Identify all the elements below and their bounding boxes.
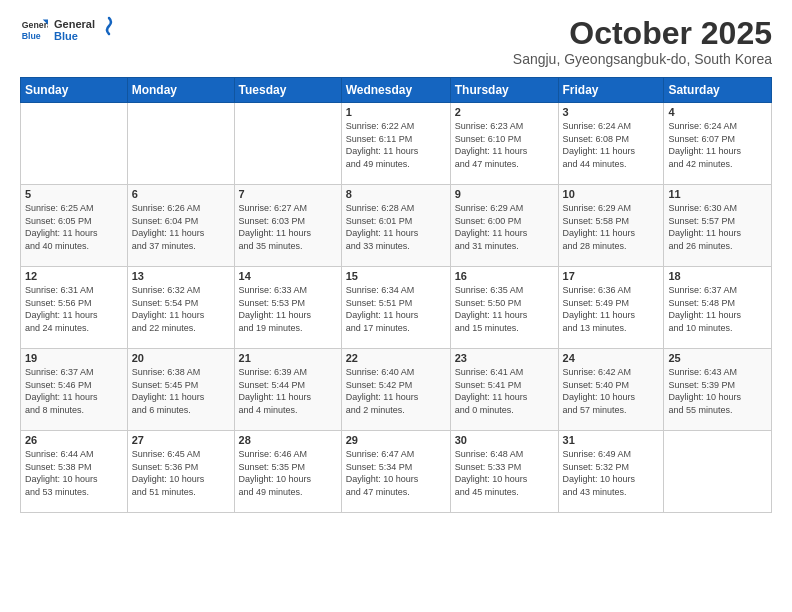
day-number: 2 [455, 106, 554, 118]
day-info: Sunrise: 6:34 AM Sunset: 5:51 PM Dayligh… [346, 284, 446, 334]
day-info: Sunrise: 6:38 AM Sunset: 5:45 PM Dayligh… [132, 366, 230, 416]
day-info: Sunrise: 6:33 AM Sunset: 5:53 PM Dayligh… [239, 284, 337, 334]
calendar-cell [234, 103, 341, 185]
calendar-cell: 5Sunrise: 6:25 AM Sunset: 6:05 PM Daylig… [21, 185, 128, 267]
month-title: October 2025 [513, 16, 772, 51]
day-info: Sunrise: 6:40 AM Sunset: 5:42 PM Dayligh… [346, 366, 446, 416]
calendar-cell: 30Sunrise: 6:48 AM Sunset: 5:33 PM Dayli… [450, 431, 558, 513]
weekday-header-monday: Monday [127, 78, 234, 103]
day-number: 30 [455, 434, 554, 446]
logo-blue-text: Blue [54, 30, 95, 42]
calendar-cell: 3Sunrise: 6:24 AM Sunset: 6:08 PM Daylig… [558, 103, 664, 185]
calendar-cell: 11Sunrise: 6:30 AM Sunset: 5:57 PM Dayli… [664, 185, 772, 267]
calendar-week-3: 12Sunrise: 6:31 AM Sunset: 5:56 PM Dayli… [21, 267, 772, 349]
day-number: 26 [25, 434, 123, 446]
day-info: Sunrise: 6:36 AM Sunset: 5:49 PM Dayligh… [563, 284, 660, 334]
calendar-cell: 25Sunrise: 6:43 AM Sunset: 5:39 PM Dayli… [664, 349, 772, 431]
calendar-cell: 27Sunrise: 6:45 AM Sunset: 5:36 PM Dayli… [127, 431, 234, 513]
day-info: Sunrise: 6:49 AM Sunset: 5:32 PM Dayligh… [563, 448, 660, 498]
calendar-cell: 15Sunrise: 6:34 AM Sunset: 5:51 PM Dayli… [341, 267, 450, 349]
day-info: Sunrise: 6:37 AM Sunset: 5:46 PM Dayligh… [25, 366, 123, 416]
day-info: Sunrise: 6:48 AM Sunset: 5:33 PM Dayligh… [455, 448, 554, 498]
day-number: 22 [346, 352, 446, 364]
calendar-cell: 18Sunrise: 6:37 AM Sunset: 5:48 PM Dayli… [664, 267, 772, 349]
svg-text:Blue: Blue [22, 31, 41, 41]
calendar-table: SundayMondayTuesdayWednesdayThursdayFrid… [20, 77, 772, 513]
day-info: Sunrise: 6:35 AM Sunset: 5:50 PM Dayligh… [455, 284, 554, 334]
day-info: Sunrise: 6:32 AM Sunset: 5:54 PM Dayligh… [132, 284, 230, 334]
calendar-cell: 12Sunrise: 6:31 AM Sunset: 5:56 PM Dayli… [21, 267, 128, 349]
day-number: 24 [563, 352, 660, 364]
calendar-week-5: 26Sunrise: 6:44 AM Sunset: 5:38 PM Dayli… [21, 431, 772, 513]
day-number: 29 [346, 434, 446, 446]
day-info: Sunrise: 6:29 AM Sunset: 5:58 PM Dayligh… [563, 202, 660, 252]
day-number: 21 [239, 352, 337, 364]
calendar-cell: 29Sunrise: 6:47 AM Sunset: 5:34 PM Dayli… [341, 431, 450, 513]
title-block: October 2025 Sangju, Gyeongsangbuk-do, S… [513, 16, 772, 67]
day-info: Sunrise: 6:45 AM Sunset: 5:36 PM Dayligh… [132, 448, 230, 498]
calendar-cell [664, 431, 772, 513]
weekday-header-row: SundayMondayTuesdayWednesdayThursdayFrid… [21, 78, 772, 103]
day-info: Sunrise: 6:39 AM Sunset: 5:44 PM Dayligh… [239, 366, 337, 416]
header: General Blue General Blue October 2025 S… [20, 16, 772, 67]
day-number: 27 [132, 434, 230, 446]
day-info: Sunrise: 6:23 AM Sunset: 6:10 PM Dayligh… [455, 120, 554, 170]
calendar-cell: 17Sunrise: 6:36 AM Sunset: 5:49 PM Dayli… [558, 267, 664, 349]
day-number: 9 [455, 188, 554, 200]
day-number: 28 [239, 434, 337, 446]
day-info: Sunrise: 6:31 AM Sunset: 5:56 PM Dayligh… [25, 284, 123, 334]
day-info: Sunrise: 6:24 AM Sunset: 6:07 PM Dayligh… [668, 120, 767, 170]
day-info: Sunrise: 6:43 AM Sunset: 5:39 PM Dayligh… [668, 366, 767, 416]
logo: General Blue General Blue [20, 16, 117, 44]
calendar-cell: 21Sunrise: 6:39 AM Sunset: 5:44 PM Dayli… [234, 349, 341, 431]
day-info: Sunrise: 6:27 AM Sunset: 6:03 PM Dayligh… [239, 202, 337, 252]
day-number: 20 [132, 352, 230, 364]
day-number: 13 [132, 270, 230, 282]
calendar-cell: 10Sunrise: 6:29 AM Sunset: 5:58 PM Dayli… [558, 185, 664, 267]
calendar-cell: 6Sunrise: 6:26 AM Sunset: 6:04 PM Daylig… [127, 185, 234, 267]
calendar-cell: 14Sunrise: 6:33 AM Sunset: 5:53 PM Dayli… [234, 267, 341, 349]
day-info: Sunrise: 6:22 AM Sunset: 6:11 PM Dayligh… [346, 120, 446, 170]
calendar-cell: 16Sunrise: 6:35 AM Sunset: 5:50 PM Dayli… [450, 267, 558, 349]
calendar-week-2: 5Sunrise: 6:25 AM Sunset: 6:05 PM Daylig… [21, 185, 772, 267]
logo-general-text: General [54, 18, 95, 30]
day-number: 11 [668, 188, 767, 200]
day-number: 19 [25, 352, 123, 364]
calendar-cell: 19Sunrise: 6:37 AM Sunset: 5:46 PM Dayli… [21, 349, 128, 431]
day-number: 12 [25, 270, 123, 282]
day-number: 17 [563, 270, 660, 282]
calendar-cell: 8Sunrise: 6:28 AM Sunset: 6:01 PM Daylig… [341, 185, 450, 267]
weekday-header-wednesday: Wednesday [341, 78, 450, 103]
calendar-cell: 13Sunrise: 6:32 AM Sunset: 5:54 PM Dayli… [127, 267, 234, 349]
day-number: 10 [563, 188, 660, 200]
calendar-cell: 23Sunrise: 6:41 AM Sunset: 5:41 PM Dayli… [450, 349, 558, 431]
weekday-header-thursday: Thursday [450, 78, 558, 103]
logo-icon: General Blue [20, 16, 48, 44]
calendar-cell: 2Sunrise: 6:23 AM Sunset: 6:10 PM Daylig… [450, 103, 558, 185]
day-info: Sunrise: 6:37 AM Sunset: 5:48 PM Dayligh… [668, 284, 767, 334]
day-info: Sunrise: 6:24 AM Sunset: 6:08 PM Dayligh… [563, 120, 660, 170]
calendar-cell: 22Sunrise: 6:40 AM Sunset: 5:42 PM Dayli… [341, 349, 450, 431]
day-number: 4 [668, 106, 767, 118]
day-info: Sunrise: 6:29 AM Sunset: 6:00 PM Dayligh… [455, 202, 554, 252]
weekday-header-sunday: Sunday [21, 78, 128, 103]
day-info: Sunrise: 6:44 AM Sunset: 5:38 PM Dayligh… [25, 448, 123, 498]
page: General Blue General Blue October 2025 S… [0, 0, 792, 612]
day-number: 16 [455, 270, 554, 282]
day-info: Sunrise: 6:26 AM Sunset: 6:04 PM Dayligh… [132, 202, 230, 252]
weekday-header-tuesday: Tuesday [234, 78, 341, 103]
day-info: Sunrise: 6:42 AM Sunset: 5:40 PM Dayligh… [563, 366, 660, 416]
weekday-header-friday: Friday [558, 78, 664, 103]
calendar-cell: 4Sunrise: 6:24 AM Sunset: 6:07 PM Daylig… [664, 103, 772, 185]
logo-wave-icon [101, 16, 117, 36]
day-info: Sunrise: 6:46 AM Sunset: 5:35 PM Dayligh… [239, 448, 337, 498]
calendar-cell: 31Sunrise: 6:49 AM Sunset: 5:32 PM Dayli… [558, 431, 664, 513]
calendar-cell: 28Sunrise: 6:46 AM Sunset: 5:35 PM Dayli… [234, 431, 341, 513]
day-number: 3 [563, 106, 660, 118]
calendar-cell: 7Sunrise: 6:27 AM Sunset: 6:03 PM Daylig… [234, 185, 341, 267]
calendar-cell: 26Sunrise: 6:44 AM Sunset: 5:38 PM Dayli… [21, 431, 128, 513]
svg-text:General: General [22, 20, 48, 30]
day-number: 18 [668, 270, 767, 282]
day-info: Sunrise: 6:41 AM Sunset: 5:41 PM Dayligh… [455, 366, 554, 416]
day-info: Sunrise: 6:25 AM Sunset: 6:05 PM Dayligh… [25, 202, 123, 252]
